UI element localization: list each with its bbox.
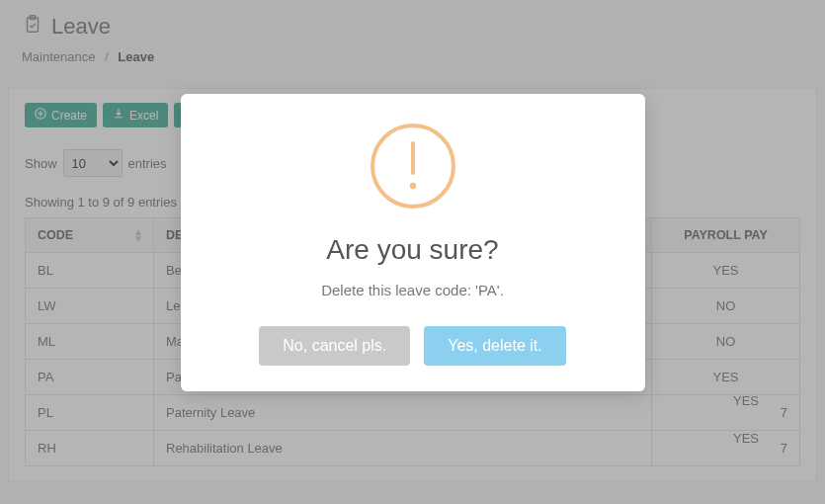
warning-icon <box>371 124 455 209</box>
cancel-button[interactable]: No, cancel pls. <box>259 326 410 366</box>
modal-title: Are you sure? <box>208 234 618 266</box>
confirm-modal: Are you sure? Delete this leave code: 'P… <box>181 94 645 391</box>
confirm-delete-button[interactable]: Yes, delete it. <box>424 326 565 366</box>
svg-rect-3 <box>411 141 415 175</box>
modal-message: Delete this leave code: 'PA'. <box>208 282 618 298</box>
modal-overlay[interactable]: Are you sure? Delete this leave code: 'P… <box>0 0 825 504</box>
svg-point-4 <box>409 183 415 189</box>
